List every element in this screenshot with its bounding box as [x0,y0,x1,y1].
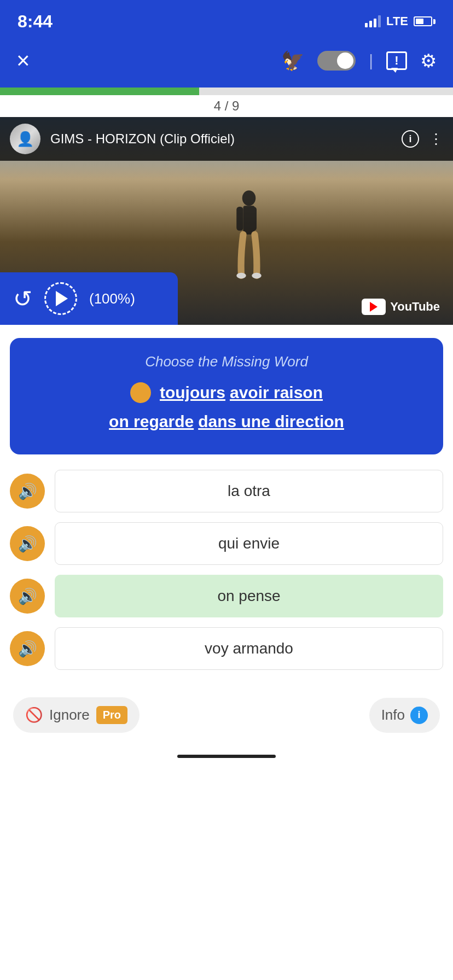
blank-dot [130,382,151,403]
signal-icon [365,15,381,27]
video-top-bar: 👤 GIMS - HORIZON (Clip Officiel) i ⋮ [0,117,453,161]
chat-icon[interactable]: ! [386,51,407,70]
channel-avatar: 👤 [10,124,40,154]
mascot-icon: 🦅 [281,50,304,72]
settings-icon[interactable]: ⚙ [420,50,437,72]
progress-fill [0,88,199,95]
answer-option-1[interactable]: la otra [55,470,443,512]
info-button[interactable]: Info i [369,698,440,733]
close-button[interactable]: × [16,49,30,72]
bottom-bar: 🚫 Ignore Pro Info i [0,685,453,745]
play-button[interactable] [44,282,77,315]
sound-icon-1: 🔊 [18,482,37,500]
ignore-button[interactable]: 🚫 Ignore Pro [13,697,140,733]
question-text: toujours avoir raison on regarde dans un… [26,380,427,434]
figure-silhouette [230,188,268,287]
answer-option-2[interactable]: qui envie [55,522,443,565]
status-icons: LTE [365,14,435,28]
header-controls: 🦅 | ! ⚙ [281,50,437,72]
answer-row-3: 🔊 on pense [10,575,443,617]
ignore-label: Ignore [49,707,90,724]
svg-point-4 [237,273,247,279]
ignore-icon: 🚫 [25,707,43,724]
answers-section: 🔊 la otra 🔊 qui envie 🔊 on pense 🔊 voy a… [10,470,443,670]
video-section[interactable]: 👤 GIMS - HORIZON (Clip Officiel) i ⋮ You… [0,117,453,325]
answer-option-3[interactable]: on pense [55,575,443,617]
word-avoir-raison: avoir raison [230,380,323,405]
answer-row-2: 🔊 qui envie [10,522,443,565]
sound-button-4[interactable]: 🔊 [10,631,45,666]
yt-text: YouTube [390,300,440,314]
answer-option-4[interactable]: voy armando [55,627,443,670]
home-bar [177,755,276,758]
word-dans-une-direction: dans une direction [198,409,344,434]
svg-rect-2 [237,207,243,231]
answer-row-4: 🔊 voy armando [10,627,443,670]
replay-icon[interactable]: ↺ [13,285,32,312]
home-indicator [0,745,453,763]
playback-controls: ↺ (100%) [0,272,178,325]
play-triangle-icon [56,291,68,306]
app-header: × 🦅 | ! ⚙ [0,38,453,88]
sound-icon-2: 🔊 [18,535,37,553]
toggle-switch[interactable] [317,51,356,71]
svg-rect-3 [250,207,257,231]
lte-label: LTE [386,14,408,28]
svg-point-5 [252,273,262,279]
video-more-button[interactable]: ⋮ [429,131,443,148]
question-box: Choose the Missing Word toujours avoir r… [10,338,443,454]
word-on-regarde: on regarde [109,409,194,434]
sound-icon-3: 🔊 [18,587,37,605]
question-line-2: on regarde dans une direction [26,409,427,434]
svg-point-0 [242,190,256,206]
answer-row-1: 🔊 la otra [10,470,443,512]
progress-remaining [199,88,453,95]
playback-speed: (100%) [89,290,135,307]
info-label: Info [381,707,405,724]
sound-button-2[interactable]: 🔊 [10,526,45,561]
sound-button-3[interactable]: 🔊 [10,579,45,614]
status-time: 8:44 [18,11,53,32]
progress-label: 4 / 9 [0,95,453,117]
question-line-1: toujours avoir raison [26,380,427,405]
divider: | [369,51,373,70]
yt-icon [362,299,386,315]
video-title: GIMS - HORIZON (Clip Officiel) [50,131,392,147]
progress-bar-container: 4 / 9 [0,88,453,117]
pro-badge: Pro [96,706,127,724]
sound-button-1[interactable]: 🔊 [10,474,45,509]
info-icon: i [410,707,428,724]
sound-icon-4: 🔊 [18,640,37,658]
word-toujours: toujours [160,380,225,405]
question-instruction: Choose the Missing Word [26,353,427,370]
video-info-button[interactable]: i [402,130,419,148]
youtube-logo: YouTube [362,299,440,315]
battery-icon [414,16,435,26]
status-bar: 8:44 LTE [0,0,453,38]
